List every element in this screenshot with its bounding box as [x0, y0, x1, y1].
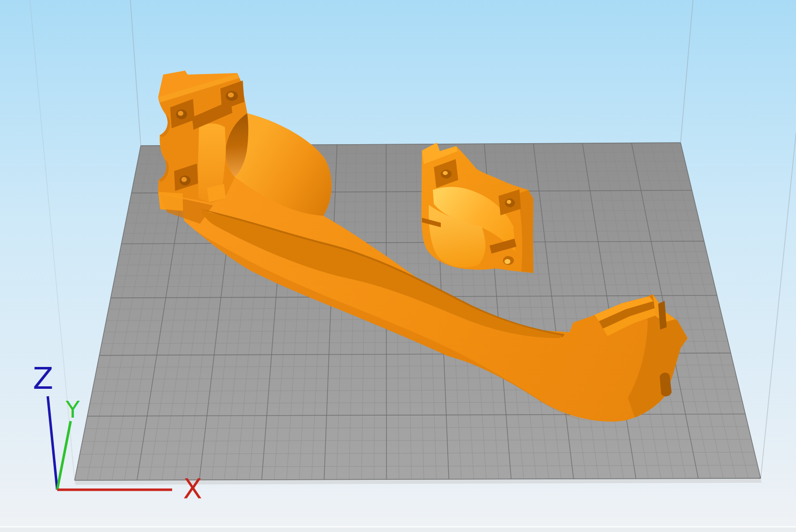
arm-left-tip-top-face: [158, 192, 183, 211]
bolt-hole-center: [504, 259, 510, 264]
baseboard-strip: [0, 528, 796, 532]
z-axis-label: Z: [33, 361, 53, 396]
bolt-hole-center: [507, 200, 511, 204]
y-axis-label: Y: [65, 396, 80, 423]
bolt-hole-center: [182, 177, 187, 182]
bolt-hole-center: [178, 111, 184, 116]
bolt-hole-center: [443, 171, 448, 175]
baseboard-highlight-line: [0, 526, 796, 528]
viewport-canvas[interactable]: Z Y X: [0, 0, 796, 532]
slicer-viewport[interactable]: Z Y X: [0, 0, 796, 532]
bolt-hole-center: [228, 92, 234, 97]
x-axis-label: X: [183, 472, 202, 505]
